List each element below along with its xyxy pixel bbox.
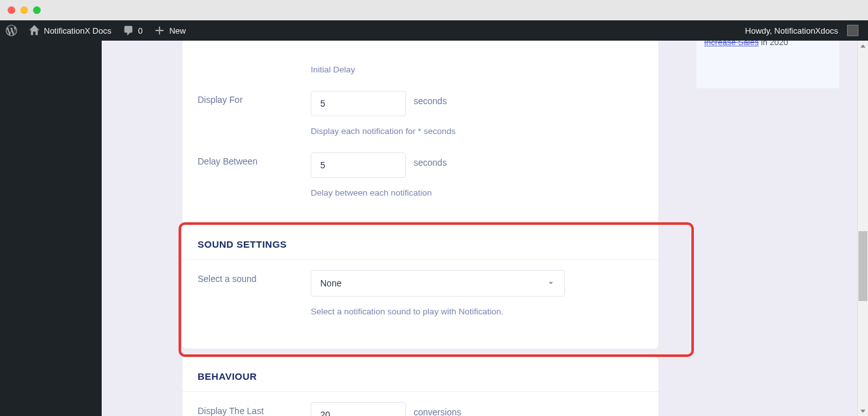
display-last-label: Display The Last — [198, 402, 311, 416]
wp-admin-sidebar[interactable] — [0, 41, 102, 416]
sound-settings-header: SOUND SETTINGS — [182, 225, 658, 260]
select-sound-row: Select a sound None — [182, 260, 658, 307]
display-last-suffix: conversions — [406, 402, 461, 416]
display-for-row: Display For seconds — [182, 81, 658, 126]
comments-count: 0 — [138, 26, 142, 36]
initial-delay-helper: Initial Delay — [182, 58, 658, 81]
scrollbar-thumb[interactable] — [858, 231, 867, 301]
plus-icon — [154, 25, 165, 36]
display-for-suffix: seconds — [406, 91, 447, 106]
display-last-row: Display The Last conversions — [182, 392, 658, 416]
avatar-icon — [847, 25, 858, 36]
new-label: New — [169, 26, 186, 36]
delay-between-input[interactable] — [311, 152, 406, 178]
scroll-up-icon[interactable] — [858, 41, 868, 51]
comment-icon — [123, 25, 134, 36]
scroll-down-icon[interactable] — [858, 405, 868, 416]
wp-adminbar: NotificationX Docs 0 New Howdy, Notifica… — [0, 20, 868, 41]
site-name-menu[interactable]: NotificationX Docs — [23, 20, 117, 41]
home-icon — [29, 25, 40, 36]
comments-menu[interactable]: 0 — [117, 20, 148, 41]
wp-logo-menu[interactable] — [0, 20, 23, 41]
select-sound-helper: Select a notification sound to play with… — [182, 307, 658, 323]
content-area: Increase Sales in 2020 Initial Delay Dis… — [102, 41, 868, 416]
delay-between-suffix: seconds — [406, 152, 447, 168]
display-last-input[interactable] — [311, 402, 406, 416]
widget-link[interactable]: Increase Sales — [704, 41, 759, 47]
delay-between-helper: Delay between each notification — [182, 188, 658, 204]
delay-between-row: Delay Between seconds — [182, 142, 658, 188]
widget-suffix: in 2020 — [759, 41, 788, 47]
display-for-label: Display For — [198, 91, 311, 105]
delay-between-label: Delay Between — [198, 152, 311, 166]
select-sound-label: Select a sound — [198, 270, 311, 284]
wordpress-icon — [6, 25, 17, 36]
display-for-input[interactable] — [311, 91, 406, 116]
viewport: NotificationX Docs 0 New Howdy, Notifica… — [0, 20, 868, 416]
site-name-label: NotificationX Docs — [44, 26, 111, 36]
sidebar-widget: Increase Sales in 2020 — [696, 41, 839, 88]
window-min-dot[interactable] — [20, 6, 28, 14]
behaviour-card: BEHAVIOUR Display The Last conversions — [182, 357, 658, 416]
behaviour-header: BEHAVIOUR — [182, 357, 658, 392]
browser-chrome — [0, 0, 868, 20]
timing-card: Initial Delay Display For seconds Displa… — [182, 41, 658, 231]
display-for-helper: Display each notification for * seconds — [182, 126, 658, 142]
scrollbar[interactable] — [857, 41, 868, 416]
new-content-menu[interactable]: New — [148, 20, 191, 41]
account-menu[interactable]: Howdy, NotificationXdocs — [740, 20, 864, 41]
sound-settings-card: SOUND SETTINGS Select a sound None Selec… — [182, 225, 658, 349]
select-sound-value: None — [320, 278, 341, 288]
window-max-dot[interactable] — [33, 6, 41, 14]
chevron-down-icon — [546, 279, 555, 288]
howdy-text: Howdy, NotificationXdocs — [745, 26, 838, 36]
window-close-dot[interactable] — [8, 6, 15, 14]
select-sound-dropdown[interactable]: None — [311, 270, 565, 297]
